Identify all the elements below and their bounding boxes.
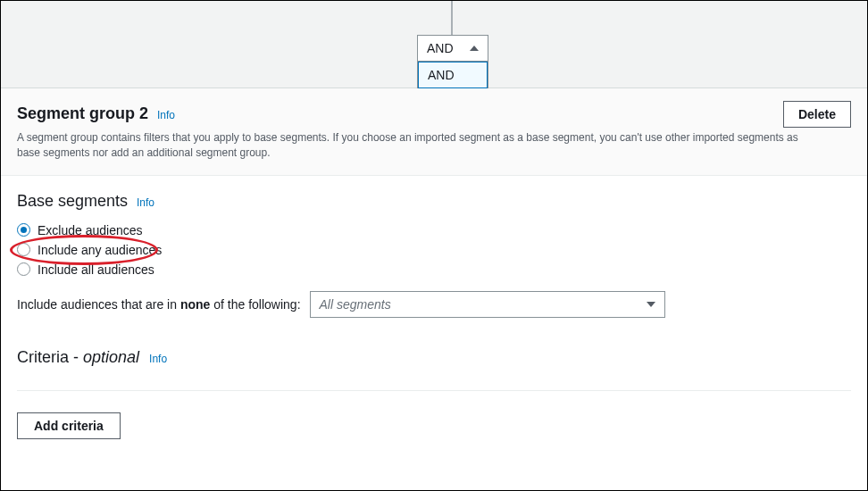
segment-group-title: Segment group 2: [17, 104, 148, 122]
criteria-title-text: Criteria -: [17, 348, 83, 366]
criteria-optional-text: optional: [83, 348, 139, 366]
top-band: AND AND OR: [1, 1, 867, 88]
radio-exclude-audiences[interactable]: Exclude audiences: [17, 223, 851, 237]
segments-select[interactable]: All segments: [310, 291, 665, 318]
add-criteria-button[interactable]: Add criteria: [17, 412, 121, 439]
radio-label: Include any audiences: [38, 243, 162, 257]
criteria-header: Criteria - optional Info: [17, 348, 851, 367]
include-bold: none: [180, 297, 210, 312]
radio-icon: [17, 262, 30, 276]
radio-include-any-audiences[interactable]: Include any audiences: [17, 243, 851, 257]
radio-icon: [17, 223, 30, 237]
include-prefix: Include audiences that are in: [17, 297, 180, 312]
radio-icon: [17, 243, 30, 256]
connector-line: [451, 1, 453, 35]
criteria-info-link[interactable]: Info: [149, 353, 167, 365]
logic-option-and[interactable]: AND: [418, 62, 488, 88]
segments-select-placeholder: All segments: [320, 297, 391, 312]
base-segments-info-link[interactable]: Info: [137, 196, 154, 209]
criteria-title: Criteria - optional: [17, 348, 144, 366]
base-segments-radio-group: Exclude audiences Include any audiences …: [17, 223, 851, 277]
caret-up-icon: [470, 46, 479, 51]
include-instruction-row: Include audiences that are in none of th…: [17, 291, 851, 318]
segment-group-description: A segment group contains filters that yo…: [17, 130, 803, 175]
segment-group-info-link[interactable]: Info: [157, 109, 175, 121]
caret-down-icon: [647, 302, 655, 307]
content-area: Base segments Info Exclude audiences Inc…: [1, 176, 867, 439]
include-suffix: of the following:: [210, 297, 300, 312]
divider: [17, 390, 851, 391]
radio-label: Exclude audiences: [38, 223, 143, 237]
logic-selected-value: AND: [427, 41, 454, 55]
delete-button[interactable]: Delete: [783, 101, 851, 128]
radio-label: Include all audiences: [38, 262, 154, 277]
radio-include-all-audiences[interactable]: Include all audiences: [17, 262, 851, 277]
base-segments-title: Base segments: [17, 192, 128, 210]
segment-group-header: Segment group 2 Info Delete A segment gr…: [1, 88, 867, 176]
logic-dropdown-trigger[interactable]: AND: [417, 35, 488, 62]
include-instruction-text: Include audiences that are in none of th…: [17, 297, 301, 312]
base-segments-header: Base segments Info: [17, 192, 851, 211]
